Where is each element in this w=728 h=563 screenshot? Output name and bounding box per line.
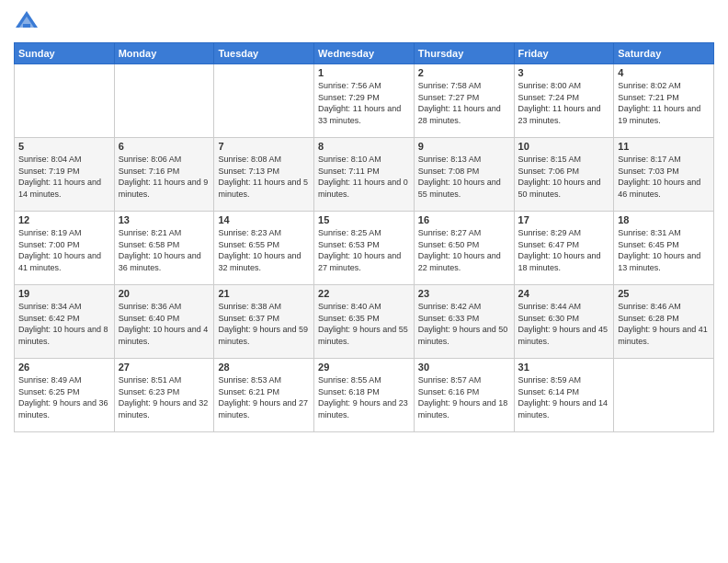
day-number: 13 bbox=[119, 214, 210, 225]
calendar-cell: 31Sunrise: 8:59 AMSunset: 6:14 PMDayligh… bbox=[514, 359, 614, 432]
weekday-wednesday: Wednesday bbox=[314, 43, 415, 64]
cell-info: Sunrise: 8:51 AMSunset: 6:23 PMDaylight:… bbox=[119, 375, 209, 419]
logo bbox=[14, 9, 43, 35]
svg-rect-2 bbox=[23, 24, 30, 28]
calendar-cell: 12Sunrise: 8:19 AMSunset: 7:00 PMDayligh… bbox=[15, 212, 115, 285]
day-number: 23 bbox=[418, 288, 510, 299]
day-number: 6 bbox=[119, 141, 210, 152]
calendar-cell: 26Sunrise: 8:49 AMSunset: 6:25 PMDayligh… bbox=[15, 359, 115, 432]
weekday-monday: Monday bbox=[114, 43, 214, 64]
day-number: 21 bbox=[218, 288, 310, 299]
day-number: 1 bbox=[318, 67, 410, 78]
day-number: 2 bbox=[418, 67, 510, 78]
cell-info: Sunrise: 8:38 AMSunset: 6:37 PMDaylight:… bbox=[218, 302, 308, 346]
calendar-cell: 6Sunrise: 8:06 AMSunset: 7:16 PMDaylight… bbox=[114, 138, 214, 212]
calendar-cell: 16Sunrise: 8:27 AMSunset: 6:50 PMDayligh… bbox=[414, 212, 514, 285]
calendar-cell: 18Sunrise: 8:31 AMSunset: 6:45 PMDayligh… bbox=[614, 212, 714, 285]
weekday-thursday: Thursday bbox=[414, 43, 514, 64]
cell-info: Sunrise: 8:17 AMSunset: 7:03 PMDaylight:… bbox=[618, 155, 700, 199]
weekday-sunday: Sunday bbox=[15, 43, 115, 64]
page: SundayMondayTuesdayWednesdayThursdayFrid… bbox=[0, 0, 728, 563]
cell-info: Sunrise: 8:57 AMSunset: 6:16 PMDaylight:… bbox=[418, 375, 508, 419]
day-number: 4 bbox=[618, 67, 710, 78]
calendar-cell: 9Sunrise: 8:13 AMSunset: 7:08 PMDaylight… bbox=[414, 138, 514, 212]
calendar-cell: 19Sunrise: 8:34 AMSunset: 6:42 PMDayligh… bbox=[15, 285, 115, 359]
cell-info: Sunrise: 8:59 AMSunset: 6:14 PMDaylight:… bbox=[518, 375, 609, 419]
calendar-cell: 28Sunrise: 8:53 AMSunset: 6:21 PMDayligh… bbox=[214, 359, 314, 432]
day-number: 19 bbox=[18, 288, 110, 299]
day-number: 18 bbox=[618, 214, 710, 225]
calendar-cell: 5Sunrise: 8:04 AMSunset: 7:19 PMDaylight… bbox=[15, 138, 115, 212]
cell-info: Sunrise: 8:49 AMSunset: 6:25 PMDaylight:… bbox=[18, 375, 108, 419]
day-number: 20 bbox=[119, 288, 210, 299]
week-row-5: 26Sunrise: 8:49 AMSunset: 6:25 PMDayligh… bbox=[15, 359, 714, 432]
calendar-cell bbox=[214, 64, 314, 138]
cell-info: Sunrise: 7:56 AMSunset: 7:29 PMDaylight:… bbox=[318, 81, 401, 125]
cell-info: Sunrise: 8:04 AMSunset: 7:19 PMDaylight:… bbox=[18, 155, 101, 199]
cell-info: Sunrise: 8:06 AMSunset: 7:16 PMDaylight:… bbox=[119, 155, 209, 199]
day-number: 11 bbox=[618, 141, 710, 152]
calendar-cell: 23Sunrise: 8:42 AMSunset: 6:33 PMDayligh… bbox=[414, 285, 514, 359]
calendar-cell: 8Sunrise: 8:10 AMSunset: 7:11 PMDaylight… bbox=[314, 138, 415, 212]
header bbox=[14, 9, 714, 35]
day-number: 10 bbox=[518, 141, 610, 152]
day-number: 12 bbox=[18, 214, 110, 225]
cell-info: Sunrise: 8:13 AMSunset: 7:08 PMDaylight:… bbox=[418, 155, 501, 199]
cell-info: Sunrise: 8:27 AMSunset: 6:50 PMDaylight:… bbox=[418, 228, 501, 272]
calendar-cell: 3Sunrise: 8:00 AMSunset: 7:24 PMDaylight… bbox=[514, 64, 614, 138]
calendar-cell: 21Sunrise: 8:38 AMSunset: 6:37 PMDayligh… bbox=[214, 285, 314, 359]
cell-info: Sunrise: 8:19 AMSunset: 7:00 PMDaylight:… bbox=[18, 228, 101, 272]
cell-info: Sunrise: 8:23 AMSunset: 6:55 PMDaylight:… bbox=[218, 228, 301, 272]
calendar-table: SundayMondayTuesdayWednesdayThursdayFrid… bbox=[14, 42, 714, 432]
day-number: 7 bbox=[218, 141, 310, 152]
day-number: 24 bbox=[518, 288, 610, 299]
calendar-cell: 14Sunrise: 8:23 AMSunset: 6:55 PMDayligh… bbox=[214, 212, 314, 285]
cell-info: Sunrise: 8:10 AMSunset: 7:11 PMDaylight:… bbox=[318, 155, 408, 199]
day-number: 15 bbox=[318, 214, 410, 225]
cell-info: Sunrise: 8:02 AMSunset: 7:21 PMDaylight:… bbox=[618, 81, 700, 125]
calendar-cell: 10Sunrise: 8:15 AMSunset: 7:06 PMDayligh… bbox=[514, 138, 614, 212]
calendar-cell: 15Sunrise: 8:25 AMSunset: 6:53 PMDayligh… bbox=[314, 212, 415, 285]
cell-info: Sunrise: 8:40 AMSunset: 6:35 PMDaylight:… bbox=[318, 302, 408, 346]
day-number: 27 bbox=[119, 362, 210, 373]
day-number: 17 bbox=[518, 214, 610, 225]
calendar-cell: 27Sunrise: 8:51 AMSunset: 6:23 PMDayligh… bbox=[114, 359, 214, 432]
day-number: 30 bbox=[418, 362, 510, 373]
logo-icon bbox=[14, 9, 40, 35]
calendar-cell: 29Sunrise: 8:55 AMSunset: 6:18 PMDayligh… bbox=[314, 359, 415, 432]
day-number: 5 bbox=[18, 141, 110, 152]
cell-info: Sunrise: 8:15 AMSunset: 7:06 PMDaylight:… bbox=[518, 155, 601, 199]
day-number: 9 bbox=[418, 141, 510, 152]
day-number: 28 bbox=[218, 362, 310, 373]
week-row-1: 1Sunrise: 7:56 AMSunset: 7:29 PMDaylight… bbox=[15, 64, 714, 138]
cell-info: Sunrise: 8:53 AMSunset: 6:21 PMDaylight:… bbox=[218, 375, 308, 419]
cell-info: Sunrise: 8:08 AMSunset: 7:13 PMDaylight:… bbox=[218, 155, 308, 199]
cell-info: Sunrise: 8:44 AMSunset: 6:30 PMDaylight:… bbox=[518, 302, 609, 346]
cell-info: Sunrise: 8:29 AMSunset: 6:47 PMDaylight:… bbox=[518, 228, 601, 272]
week-row-2: 5Sunrise: 8:04 AMSunset: 7:19 PMDaylight… bbox=[15, 138, 714, 212]
calendar-cell: 13Sunrise: 8:21 AMSunset: 6:58 PMDayligh… bbox=[114, 212, 214, 285]
cell-info: Sunrise: 8:00 AMSunset: 7:24 PMDaylight:… bbox=[518, 81, 601, 125]
day-number: 14 bbox=[218, 214, 310, 225]
day-number: 22 bbox=[318, 288, 410, 299]
calendar-cell: 1Sunrise: 7:56 AMSunset: 7:29 PMDaylight… bbox=[314, 64, 415, 138]
day-number: 3 bbox=[518, 67, 610, 78]
cell-info: Sunrise: 8:36 AMSunset: 6:40 PMDaylight:… bbox=[119, 302, 209, 346]
weekday-tuesday: Tuesday bbox=[214, 43, 314, 64]
cell-info: Sunrise: 8:55 AMSunset: 6:18 PMDaylight:… bbox=[318, 375, 408, 419]
calendar-cell: 25Sunrise: 8:46 AMSunset: 6:28 PMDayligh… bbox=[614, 285, 714, 359]
calendar-cell bbox=[114, 64, 214, 138]
calendar-cell: 24Sunrise: 8:44 AMSunset: 6:30 PMDayligh… bbox=[514, 285, 614, 359]
day-number: 29 bbox=[318, 362, 410, 373]
calendar-cell: 11Sunrise: 8:17 AMSunset: 7:03 PMDayligh… bbox=[614, 138, 714, 212]
cell-info: Sunrise: 8:31 AMSunset: 6:45 PMDaylight:… bbox=[618, 228, 700, 272]
week-row-4: 19Sunrise: 8:34 AMSunset: 6:42 PMDayligh… bbox=[15, 285, 714, 359]
day-number: 8 bbox=[318, 141, 410, 152]
weekday-saturday: Saturday bbox=[614, 43, 714, 64]
day-number: 25 bbox=[618, 288, 710, 299]
calendar-cell: 17Sunrise: 8:29 AMSunset: 6:47 PMDayligh… bbox=[514, 212, 614, 285]
weekday-header-row: SundayMondayTuesdayWednesdayThursdayFrid… bbox=[15, 43, 714, 64]
cell-info: Sunrise: 8:46 AMSunset: 6:28 PMDaylight:… bbox=[618, 302, 708, 346]
cell-info: Sunrise: 7:58 AMSunset: 7:27 PMDaylight:… bbox=[418, 81, 501, 125]
cell-info: Sunrise: 8:21 AMSunset: 6:58 PMDaylight:… bbox=[119, 228, 201, 272]
